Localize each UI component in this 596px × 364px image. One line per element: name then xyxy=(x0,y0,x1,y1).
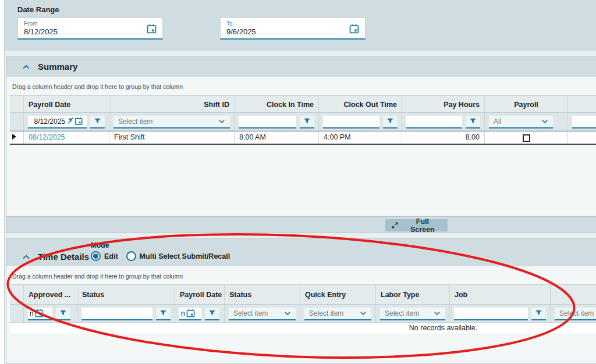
time-details-header: Time Details Mode Edit Multi Select Subm… xyxy=(6,238,596,266)
chevron-down-icon xyxy=(218,118,225,125)
summary-panel: Summary Drag a column header and drop it… xyxy=(6,56,596,216)
expand-arrows-icon xyxy=(391,222,399,229)
calendar-icon[interactable] xyxy=(186,309,195,317)
filter-funnel-button[interactable] xyxy=(465,115,481,129)
summary-title: Summary xyxy=(38,62,77,72)
status2-filter-select[interactable]: Select item xyxy=(228,307,296,320)
collapse-chevron-up-icon[interactable] xyxy=(22,62,31,72)
calendar-icon[interactable] xyxy=(349,24,359,34)
shift-id-filter-select[interactable]: Select item xyxy=(113,115,230,129)
col-labor-type[interactable]: Labor Type xyxy=(376,285,450,304)
filter-funnel-button[interactable] xyxy=(55,307,71,320)
chevron-down-icon xyxy=(434,310,441,317)
radio-unselected-icon[interactable] xyxy=(126,251,136,261)
shift-id-filter-placeholder: Select item xyxy=(118,117,152,126)
row-indicator-filter xyxy=(10,305,24,322)
quick-entry-filter-select[interactable]: Select item xyxy=(304,307,372,320)
status2-filter-placeholder: Select item xyxy=(233,309,268,317)
summary-grid-header-row: Payroll Date Shift ID Clock In Time Cloc… xyxy=(10,95,596,113)
row-indicator-filter xyxy=(10,113,24,130)
to-label: To xyxy=(226,20,359,27)
mode-option-edit[interactable]: Edit xyxy=(91,251,118,261)
no-records-message: No records available. xyxy=(409,324,477,332)
approved-filter-cell: n xyxy=(24,305,77,322)
time-details-grid-header-row: Approved ... Status Payroll Date Status … xyxy=(10,284,596,305)
from-label: From xyxy=(24,20,157,27)
payroll-checkbox[interactable] xyxy=(523,134,530,142)
payroll-date-filter-input[interactable]: 8/12/2025 xyxy=(27,115,87,129)
summary-data-row[interactable]: 08/12/2025 First Shift 8:00 AM 4:00 PM 8… xyxy=(10,131,596,145)
mode-label: Mode xyxy=(91,241,230,249)
mode-option-multi-select[interactable]: Multi Select Submit/Recall xyxy=(126,251,230,261)
col-status-1[interactable]: Status xyxy=(77,285,175,304)
calendar-icon[interactable] xyxy=(35,309,44,317)
approved-date-stub: n xyxy=(30,309,34,317)
approved-date-filter-input[interactable]: n xyxy=(27,307,53,320)
col-status-2[interactable]: Status xyxy=(225,285,300,304)
clock-in-filter-input[interactable] xyxy=(238,115,297,129)
time-entry-page: Date Range From 8/12/2025 To 9/6/2025 Su… xyxy=(0,0,596,364)
summary-filter-row: 8/12/2025 Select item xyxy=(10,113,596,131)
cell-shift-id: First Shift xyxy=(109,131,235,144)
full-screen-button[interactable]: Full Screen xyxy=(385,219,448,231)
col-payroll-date[interactable]: Payroll Date xyxy=(24,96,109,112)
cell-clock-out: 4:00 PM xyxy=(319,131,402,144)
time-details-filter-row: n n Sele xyxy=(10,305,596,323)
col-clock-out-time[interactable]: Clock Out Time xyxy=(319,96,402,112)
no-records-row: No records available. xyxy=(10,323,596,334)
cell-extra xyxy=(568,131,596,144)
summary-header: Summary xyxy=(6,56,596,77)
status1-filter-input[interactable] xyxy=(81,307,153,320)
row-indicator-header xyxy=(10,96,24,112)
col-quick-entry[interactable]: Quick Entry xyxy=(300,285,376,304)
mode-multiselect-label: Multi Select Submit/Recall xyxy=(140,252,230,260)
mode-block: Mode Edit Multi Select Submit/Recall xyxy=(91,241,230,261)
clear-filter-calendar-icon[interactable] xyxy=(68,117,84,126)
radio-selected-icon[interactable] xyxy=(91,251,101,261)
from-date-field[interactable]: From 8/12/2025 xyxy=(17,17,163,40)
col-payroll-date[interactable]: Payroll Date xyxy=(175,285,225,304)
clock-in-filter-cell xyxy=(235,113,319,130)
chevron-down-icon xyxy=(284,310,291,317)
col-job[interactable]: Job xyxy=(450,285,551,304)
clock-out-filter-input[interactable] xyxy=(322,115,380,129)
payroll-date-stub: n xyxy=(181,309,185,317)
cell-payroll-date[interactable]: 08/12/2025 xyxy=(24,131,109,144)
col-shift-id[interactable]: Shift ID xyxy=(109,96,235,112)
labor-type-filter-select[interactable]: Select item xyxy=(379,307,446,320)
col-clock-in-time[interactable]: Clock In Time xyxy=(235,96,319,112)
filter-funnel-button[interactable] xyxy=(531,307,547,320)
extra-filter-select[interactable]: Select item xyxy=(554,307,596,320)
col-extra xyxy=(551,285,596,304)
filter-funnel-button[interactable] xyxy=(299,115,315,129)
current-row-marker xyxy=(10,131,24,144)
time-details-grid: Approved ... Status Payroll Date Status … xyxy=(10,284,596,334)
chevron-down-icon xyxy=(360,310,367,317)
calendar-icon[interactable] xyxy=(147,24,157,34)
pay-hours-filter-input[interactable] xyxy=(406,115,463,129)
left-margin xyxy=(0,0,5,364)
filter-funnel-button[interactable] xyxy=(382,115,398,129)
cell-clock-in: 8:00 AM xyxy=(235,131,319,144)
col-payroll[interactable]: Payroll xyxy=(485,96,568,112)
filter-funnel-button[interactable] xyxy=(90,115,105,129)
extra-filter-placeholder: Select item xyxy=(559,309,594,317)
payroll-filter-value: All xyxy=(494,117,501,126)
filter-funnel-button[interactable] xyxy=(204,307,220,320)
job-filter-input[interactable] xyxy=(453,307,528,320)
col-extra xyxy=(568,96,596,112)
filter-funnel-button[interactable] xyxy=(155,307,171,320)
status2-filter-cell: Select item xyxy=(225,305,300,322)
clock-out-filter-cell xyxy=(319,113,402,130)
to-date-field[interactable]: To 9/6/2025 xyxy=(220,17,366,40)
extra-filter-input[interactable] xyxy=(572,115,596,129)
payroll-filter-select[interactable]: All xyxy=(488,115,554,129)
col-approved[interactable]: Approved ... xyxy=(24,285,77,304)
quick-entry-filter-cell: Select item xyxy=(300,305,376,322)
to-value: 9/6/2025 xyxy=(226,27,359,36)
collapse-chevron-up-icon[interactable] xyxy=(22,252,31,262)
time-details-title: Time Details xyxy=(38,252,89,262)
date-range-label: Date Range xyxy=(17,5,59,14)
col-pay-hours[interactable]: Pay Hours xyxy=(402,96,485,112)
payroll-date-filter-input[interactable]: n xyxy=(179,307,202,320)
